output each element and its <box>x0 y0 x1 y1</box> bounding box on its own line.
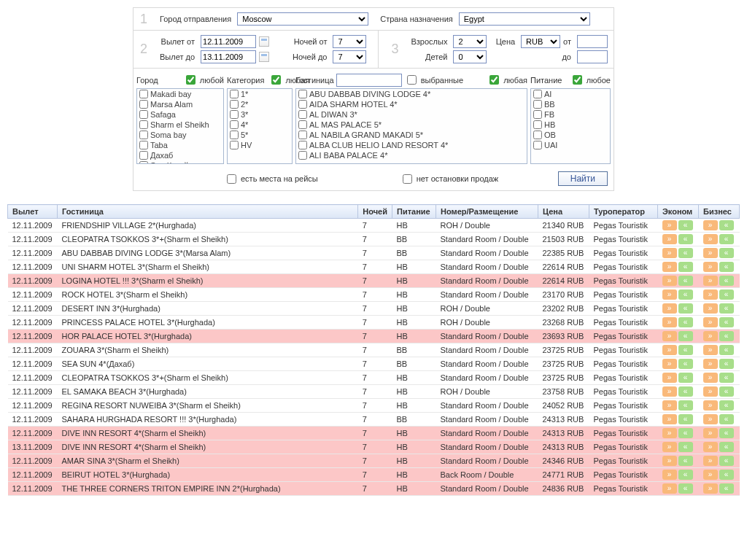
find-button[interactable]: Найти <box>558 171 608 186</box>
departure-city-select[interactable]: Moscow <box>237 12 368 26</box>
flight-forward-button[interactable]: » <box>703 442 718 452</box>
flight-forward-button[interactable]: » <box>662 470 677 480</box>
filter-hotel-input[interactable] <box>336 74 402 87</box>
list-item[interactable]: Taba <box>137 140 223 150</box>
flight-back-button[interactable]: « <box>719 483 734 494</box>
list-item-checkbox[interactable] <box>298 110 307 119</box>
list-item[interactable]: 5* <box>228 130 292 140</box>
filter-category-list[interactable]: 1*2*3*4*5*HV <box>227 88 293 164</box>
table-row[interactable]: 12.11.2009SAHARA HURGHADA RESORT !!! 3*(… <box>8 413 740 427</box>
list-item-checkbox[interactable] <box>230 120 239 129</box>
filter-meal-list[interactable]: AIBBFBHBOBUAI <box>530 88 611 164</box>
list-item[interactable]: HV <box>228 140 292 150</box>
list-item[interactable]: Эль Кусейр <box>137 160 223 164</box>
flight-back-button[interactable]: « <box>678 400 693 411</box>
flight-forward-button[interactable]: » <box>662 442 677 452</box>
list-item-checkbox[interactable] <box>139 151 148 160</box>
list-item[interactable]: 4* <box>228 120 292 130</box>
list-item[interactable]: OB <box>531 130 610 140</box>
list-item[interactable]: BB <box>531 99 610 109</box>
flight-forward-button[interactable]: » <box>703 220 718 230</box>
flight-back-button[interactable]: « <box>678 248 693 258</box>
nights-to-select[interactable]: 7 <box>333 50 366 63</box>
flight-forward-button[interactable]: » <box>703 414 718 424</box>
list-item[interactable]: AL NABILA GRAND MAKADI 5* <box>296 130 527 140</box>
list-item-checkbox[interactable] <box>298 151 307 160</box>
list-item[interactable]: ALI BABA PALACE 4* <box>296 150 527 160</box>
list-item[interactable]: Дахаб <box>137 150 223 160</box>
flight-forward-button[interactable]: » <box>703 331 718 341</box>
flight-forward-button[interactable]: » <box>703 303 718 314</box>
flight-forward-button[interactable]: » <box>662 428 677 438</box>
flight-back-button[interactable]: « <box>678 470 693 480</box>
flight-back-button[interactable]: « <box>719 248 734 258</box>
flight-back-button[interactable]: « <box>719 414 734 424</box>
list-item[interactable]: ALBA CLUB HELIO LAND RESORT 4* <box>296 140 527 150</box>
list-item-checkbox[interactable] <box>139 131 148 139</box>
flight-back-button[interactable]: « <box>719 289 734 300</box>
flight-back-button[interactable]: « <box>719 359 734 369</box>
list-item-checkbox[interactable] <box>533 90 542 98</box>
flight-forward-button[interactable]: » <box>703 386 718 397</box>
table-row[interactable]: 13.11.2009DIVE INN RESORT 4*(Sharm el Sh… <box>8 440 740 454</box>
flight-forward-button[interactable]: » <box>662 456 677 466</box>
dep-from-input[interactable] <box>201 35 256 48</box>
filter-hotel-any-checkbox[interactable] <box>489 75 499 85</box>
flight-forward-button[interactable]: » <box>662 373 677 383</box>
no-sales-stop-checkbox[interactable] <box>403 174 412 184</box>
flight-forward-button[interactable]: » <box>703 289 718 300</box>
table-row[interactable]: 12.11.2009REGINA RESORT NUWEIBA 3*(Sharm… <box>8 399 740 413</box>
flight-back-button[interactable]: « <box>719 234 734 244</box>
table-row[interactable]: 12.11.2009CLEOPATRA TSOKKOS 3*+(Sharm el… <box>8 233 740 246</box>
flight-forward-button[interactable]: » <box>662 262 677 272</box>
calendar-icon[interactable] <box>259 36 269 47</box>
flight-back-button[interactable]: « <box>678 220 693 230</box>
list-item-checkbox[interactable] <box>230 110 239 119</box>
col-price[interactable]: Цена <box>538 205 589 219</box>
list-item[interactable]: 2* <box>228 99 292 109</box>
flight-forward-button[interactable]: » <box>703 234 718 244</box>
flight-back-button[interactable]: « <box>719 262 734 272</box>
list-item[interactable]: AL MAS PALACE 5* <box>296 120 527 130</box>
table-row[interactable]: 12.11.2009UNI SHARM HOTEL 3*(Sharm el Sh… <box>8 260 740 274</box>
filter-hotel-selected-checkbox[interactable] <box>407 75 417 85</box>
flight-back-button[interactable]: « <box>719 400 734 411</box>
flight-back-button[interactable]: « <box>719 220 734 230</box>
table-row[interactable]: 12.11.2009ABU DABBAB DIVING LODGE 3*(Mar… <box>8 246 740 260</box>
table-row[interactable]: 12.11.2009THE THREE CORNERS TRITON EMPIR… <box>8 482 740 496</box>
flight-forward-button[interactable]: » <box>662 359 677 369</box>
filter-city-any-checkbox[interactable] <box>186 75 196 85</box>
table-row[interactable]: 12.11.2009BEIRUT HOTEL 3*(Hurghada)7HBBa… <box>8 468 740 482</box>
list-item-checkbox[interactable] <box>230 131 239 139</box>
col-econom[interactable]: Эконом <box>658 205 699 219</box>
list-item[interactable]: 1* <box>228 89 292 99</box>
flight-forward-button[interactable]: » <box>662 248 677 258</box>
list-item[interactable]: AL DIWAN 3* <box>296 109 527 120</box>
col-operator[interactable]: Туроператор <box>589 205 658 219</box>
flight-forward-button[interactable]: » <box>703 400 718 411</box>
list-item[interactable]: Marsa Alam <box>137 99 223 109</box>
list-item[interactable]: AI <box>531 89 610 99</box>
col-meal[interactable]: Питание <box>392 205 436 219</box>
list-item[interactable]: Safaga <box>137 109 223 120</box>
list-item[interactable]: ABU DABBAB DIVING LODGE 4* <box>296 89 527 99</box>
flight-forward-button[interactable]: » <box>703 428 718 438</box>
list-item[interactable]: Sharm el Sheikh <box>137 120 223 130</box>
list-item[interactable]: UAI <box>531 140 610 150</box>
list-item-checkbox[interactable] <box>298 100 307 109</box>
list-item[interactable]: Makadi bay <box>137 89 223 99</box>
flight-back-button[interactable]: « <box>678 234 693 244</box>
list-item-checkbox[interactable] <box>298 141 307 149</box>
flight-back-button[interactable]: « <box>719 373 734 383</box>
list-item-checkbox[interactable] <box>139 90 148 98</box>
table-row[interactable]: 12.11.2009LOGINA HOTEL !!! 3*(Sharm el S… <box>8 274 740 288</box>
table-row[interactable]: 12.11.2009ROCK HOTEL 3*(Sharm el Sheikh)… <box>8 288 740 302</box>
flight-back-button[interactable]: « <box>678 345 693 355</box>
flight-back-button[interactable]: « <box>678 276 693 286</box>
list-item-checkbox[interactable] <box>230 90 239 98</box>
flight-back-button[interactable]: « <box>678 289 693 300</box>
flight-forward-button[interactable]: » <box>662 400 677 411</box>
col-dep[interactable]: Вылет <box>8 205 58 219</box>
flight-back-button[interactable]: « <box>719 331 734 341</box>
list-item-checkbox[interactable] <box>230 141 239 149</box>
